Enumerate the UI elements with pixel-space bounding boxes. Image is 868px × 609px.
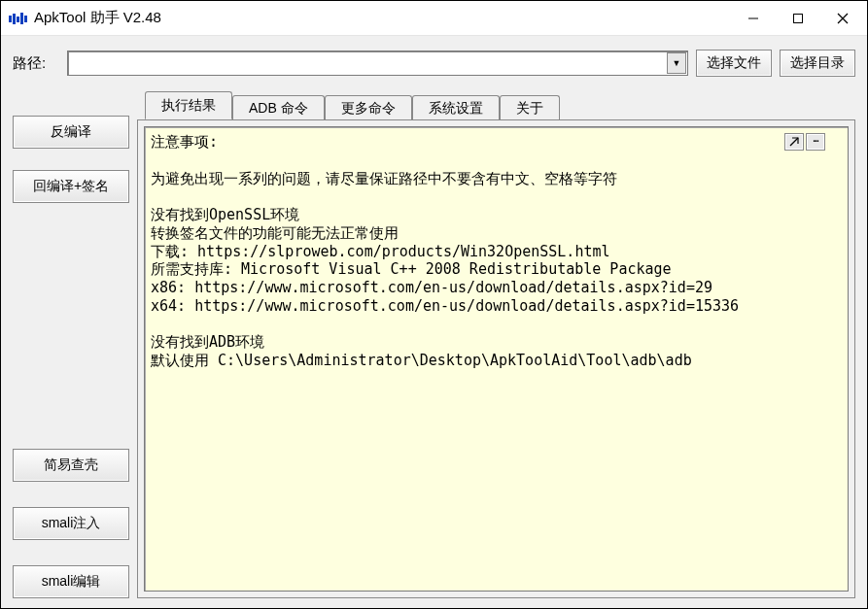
app-icon bbox=[9, 12, 28, 25]
output-arrow-button[interactable] bbox=[784, 133, 804, 151]
path-label: 路径: bbox=[13, 54, 59, 73]
path-combo[interactable]: ▼ bbox=[67, 51, 688, 76]
output-wrap: 注意事项: 为避免出现一系列的问题，请尽量保证路径中不要含有中文、空格等字符 没… bbox=[144, 126, 849, 592]
maximize-button[interactable] bbox=[776, 4, 820, 33]
output-more-button[interactable]: ··· bbox=[806, 133, 825, 151]
main-panel: 执行结果 ADB 命令 更多命令 系统设置 关于 注意事项: 为避免出现一系列的… bbox=[137, 92, 855, 598]
tab-more[interactable]: 更多命令 bbox=[325, 95, 412, 120]
svg-rect-6 bbox=[794, 14, 803, 22]
output-toolbar: ··· bbox=[784, 133, 825, 151]
svg-rect-0 bbox=[9, 16, 12, 22]
recompile-sign-button[interactable]: 回编译+签名 bbox=[13, 170, 129, 203]
smali-inject-button[interactable]: smali注入 bbox=[13, 507, 129, 540]
svg-line-9 bbox=[790, 138, 798, 146]
output-textarea[interactable]: 注意事项: 为避免出现一系列的问题，请尽量保证路径中不要含有中文、空格等字符 没… bbox=[144, 126, 849, 592]
decompile-button[interactable]: 反编译 bbox=[13, 116, 129, 149]
smali-edit-button[interactable]: smali编辑 bbox=[13, 565, 129, 598]
tab-strip: 执行结果 ADB 命令 更多命令 系统设置 关于 bbox=[137, 92, 855, 119]
minimize-button[interactable] bbox=[731, 4, 776, 33]
path-input[interactable] bbox=[67, 51, 688, 76]
svg-rect-1 bbox=[13, 14, 16, 24]
svg-rect-4 bbox=[24, 16, 27, 22]
app-window: ApkTool 助手 V2.48 路径: ▼ 选择文件 选择目录 反 bbox=[0, 0, 868, 609]
window-controls bbox=[731, 4, 865, 33]
tab-result[interactable]: 执行结果 bbox=[145, 91, 232, 119]
svg-rect-2 bbox=[17, 17, 19, 22]
select-file-button[interactable]: 选择文件 bbox=[696, 50, 772, 77]
shell-check-button[interactable]: 简易查壳 bbox=[13, 449, 129, 482]
body-row: 反编译 回编译+签名 简易查壳 smali注入 smali编辑 执行结果 ADB… bbox=[13, 92, 855, 598]
tab-panel: 注意事项: 为避免出现一系列的问题，请尽量保证路径中不要含有中文、空格等字符 没… bbox=[137, 119, 855, 598]
tab-settings[interactable]: 系统设置 bbox=[412, 95, 500, 120]
titlebar: ApkTool 助手 V2.48 bbox=[1, 1, 867, 36]
close-button[interactable] bbox=[820, 4, 865, 33]
select-directory-button[interactable]: 选择目录 bbox=[780, 50, 855, 77]
sidebar: 反编译 回编译+签名 简易查壳 smali注入 smali编辑 bbox=[13, 92, 129, 598]
tab-about[interactable]: 关于 bbox=[500, 95, 560, 120]
path-row: 路径: ▼ 选择文件 选择目录 bbox=[13, 50, 855, 77]
client-area: 路径: ▼ 选择文件 选择目录 反编译 回编译+签名 简易查壳 smali注入 … bbox=[1, 36, 867, 608]
window-title: ApkTool 助手 V2.48 bbox=[34, 9, 731, 27]
tab-adb[interactable]: ADB 命令 bbox=[232, 95, 325, 120]
path-dropdown-button[interactable]: ▼ bbox=[667, 52, 686, 74]
svg-rect-3 bbox=[20, 13, 23, 24]
